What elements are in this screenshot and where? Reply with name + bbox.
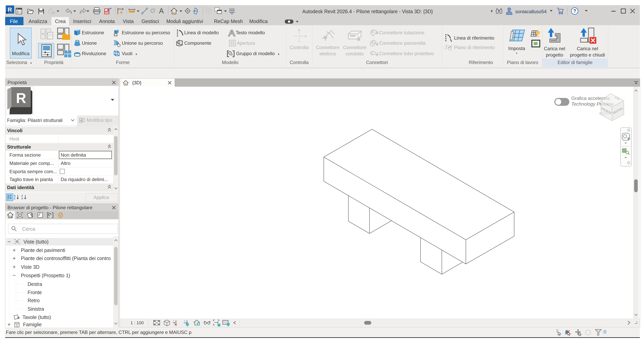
svg-text:0: 0 bbox=[604, 329, 606, 334]
svg-text:A: A bbox=[14, 194, 16, 197]
svg-text:A: A bbox=[21, 197, 23, 200]
svg-text:Z: Z bbox=[14, 197, 15, 200]
svg-text:R: R bbox=[16, 90, 26, 106]
svg-text:A: A bbox=[159, 7, 164, 15]
svg-text::: : bbox=[602, 329, 604, 334]
svg-text:?: ? bbox=[573, 8, 576, 14]
svg-text:Z: Z bbox=[21, 194, 23, 197]
